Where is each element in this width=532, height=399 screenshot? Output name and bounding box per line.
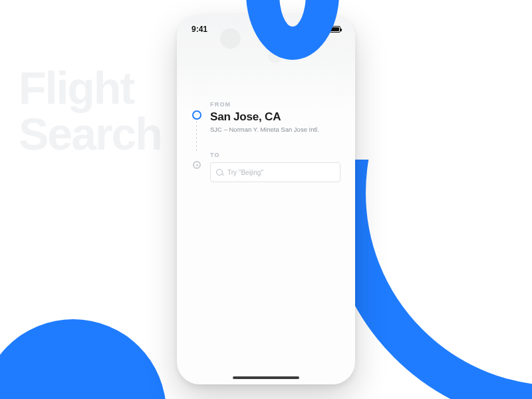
decorative-swoosh [326, 0, 532, 399]
destination-marker-icon [193, 161, 201, 169]
background-title-line1: Flight [19, 65, 162, 111]
destination-input[interactable] [227, 169, 334, 176]
to-segment: TO [192, 152, 342, 182]
from-segment[interactable]: FROM San Jose, CA SJC – Norman Y. Mineta… [192, 101, 342, 133]
from-label: FROM [210, 101, 319, 108]
phone-frame: 9:41 FROM San Jose, CA SJC – Norman Y. M… [177, 15, 355, 384]
search-form: FROM San Jose, CA SJC – Norman Y. Mineta… [177, 101, 355, 182]
home-indicator[interactable] [233, 376, 299, 379]
background-title-line2: Search [19, 111, 162, 157]
to-label: TO [210, 152, 340, 158]
search-icon [216, 169, 223, 176]
status-time: 9:41 [192, 25, 207, 34]
decorative-blob [0, 319, 166, 399]
origin-marker-icon [192, 110, 201, 120]
from-city: San Jose, CA [210, 110, 319, 124]
destination-search-field[interactable] [210, 162, 340, 182]
from-detail: SJC – Norman Y. Mineta San Jose Intl. [210, 126, 319, 133]
background-title: Flight Search [19, 65, 162, 158]
